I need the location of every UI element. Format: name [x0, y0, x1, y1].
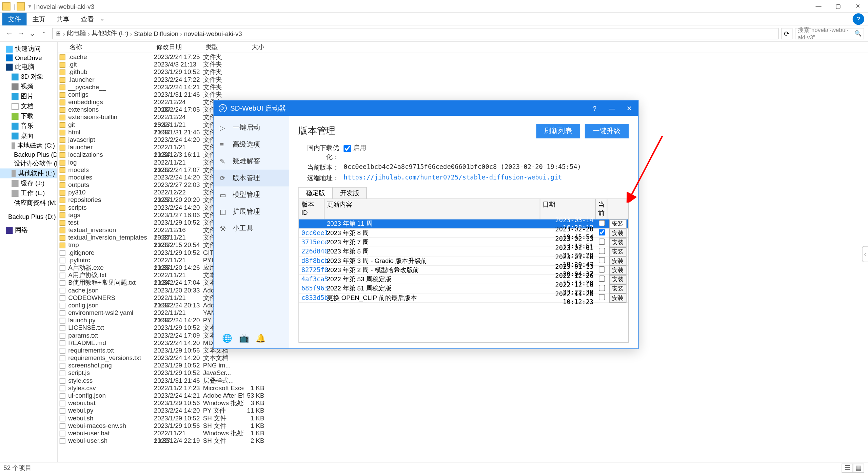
launcher-nav-1[interactable]: ≡高级选项	[214, 136, 289, 153]
install-button[interactable]: 安装	[609, 256, 626, 265]
file-row[interactable]: webui-macos-env.sh2023/1/29 10:56SH 文件1 …	[58, 422, 868, 430]
col-size[interactable]: 大小	[243, 43, 267, 52]
file-row[interactable]: .cache2023/2/24 17:25文件夹	[58, 53, 868, 61]
file-row[interactable]: webui-user.sh2022/12/4 22:19SH 文件2 KB	[58, 437, 868, 444]
sidebar-item-20[interactable]: 网络	[0, 225, 57, 235]
help-button[interactable]: ?	[853, 13, 864, 24]
install-button[interactable]: 安装	[609, 247, 626, 256]
dialog-close-button[interactable]: ✕	[621, 105, 638, 112]
dialog-minimize-button[interactable]: —	[603, 105, 620, 112]
file-row[interactable]: style.css2023/1/31 21:46层叠样式...	[58, 377, 868, 384]
current-checkbox[interactable]	[598, 266, 605, 273]
col-type[interactable]: 类型	[203, 43, 243, 52]
install-button[interactable]: 安装	[609, 219, 626, 228]
install-button[interactable]: 安装	[609, 238, 626, 247]
current-checkbox[interactable]	[598, 276, 605, 282]
current-checkbox[interactable]	[598, 257, 605, 263]
th-id[interactable]: 版本 ID	[299, 199, 324, 219]
col-name[interactable]: 名称	[67, 43, 154, 52]
current-checkbox[interactable]	[598, 239, 605, 245]
refresh-list-button[interactable]: 刷新列表	[536, 124, 580, 138]
launcher-nav-6[interactable]: ⚒小工具	[214, 220, 289, 236]
back-button[interactable]: ←	[3, 29, 15, 38]
file-row[interactable]: styles.csv2022/11/2 17:23Microsoft Excel…	[58, 384, 868, 392]
ribbon-tab-2[interactable]: 共享	[51, 13, 75, 25]
current-checkbox[interactable]	[598, 220, 605, 226]
version-id[interactable]: 685f963	[299, 285, 324, 292]
install-button[interactable]: 安装	[609, 265, 626, 274]
view-icons-button[interactable]: ▦	[853, 463, 864, 473]
sidebar-item-15[interactable]: 工作 (L:)	[0, 188, 57, 198]
ribbon-collapse-button[interactable]: ⌄	[99, 15, 104, 22]
refresh-button[interactable]: ⟳	[781, 27, 792, 39]
file-row[interactable]: webui.sh2023/1/29 10:52SH 文件1 KB	[58, 414, 868, 422]
file-row[interactable]: requirements_versions.txt2023/2/24 14:20…	[58, 354, 868, 362]
view-details-button[interactable]: ☰	[842, 463, 853, 473]
sidebar-item-16[interactable]: 供应商资料 (M:)	[0, 198, 57, 208]
launcher-nav-4[interactable]: ▭模型管理	[214, 186, 289, 203]
close-button[interactable]: ✕	[848, 0, 868, 13]
ribbon-tab-0[interactable]: 文件	[2, 13, 27, 25]
sidebar-item-0[interactable]: 快速访问	[0, 44, 57, 54]
footer-icon-1[interactable]: 📺	[239, 334, 249, 343]
download-opt-checkbox[interactable]: 启用	[343, 143, 366, 162]
one-click-upgrade-button[interactable]: 一键升级	[585, 124, 629, 138]
file-row[interactable]: webui.py2023/2/24 14:20PY 文件11 KB	[58, 407, 868, 414]
file-row[interactable]: ui-config.json2023/2/24 14:21Adobe After…	[58, 392, 868, 399]
sidebar-item-10[interactable]: 本地磁盘 (C:)	[0, 141, 57, 151]
footer-icon-2[interactable]: 🔔	[256, 334, 265, 343]
up-button[interactable]: ↑	[38, 29, 50, 38]
sidebar-item-4[interactable]: 视频	[0, 82, 57, 92]
version-tab-1[interactable]: 开发版	[333, 187, 367, 198]
version-tab-0[interactable]: 稳定版	[298, 187, 333, 198]
version-id[interactable]: 82725f0	[299, 266, 324, 274]
sidebar-item-5[interactable]: 图片	[0, 92, 57, 101]
sidebar-item-3[interactable]: 3D 对象	[0, 72, 57, 82]
file-row[interactable]: __pycache__2023/2/24 14:21文件夹	[58, 83, 868, 91]
crumb-1[interactable]: 其他软件 (L:)	[92, 29, 128, 38]
install-button[interactable]: 安装	[609, 293, 626, 302]
footer-icon-0[interactable]: 🌐	[222, 334, 232, 343]
sidebar-item-7[interactable]: 下载	[0, 111, 57, 121]
sidebar-item-9[interactable]: 桌面	[0, 131, 57, 141]
crumb-3[interactable]: novelai-webui-aki-v3	[184, 30, 242, 37]
crumb-2[interactable]: Stable Diffusion	[134, 30, 178, 37]
sidebar-item-18[interactable]: Backup Plus (D:)	[0, 212, 57, 221]
edge-tab[interactable]: ‹	[862, 246, 868, 262]
sidebar-item-11[interactable]: Backup Plus (D:)	[0, 151, 57, 159]
current-checkbox[interactable]	[598, 285, 605, 291]
ribbon-tab-3[interactable]: 查看	[75, 13, 100, 25]
current-checkbox[interactable]	[598, 248, 605, 254]
file-row[interactable]: script.js2023/1/29 10:52JavaScr...	[58, 369, 868, 377]
crumb-0[interactable]: 此电脑	[67, 29, 86, 38]
version-id[interactable]: 0cc0ee1	[299, 229, 324, 237]
file-row[interactable]: .git2023/4/3 21:13文件夹	[58, 61, 868, 68]
file-row[interactable]: .github2023/1/29 10:52文件夹	[58, 68, 868, 76]
install-button[interactable]: 安装	[609, 284, 626, 293]
th-desc[interactable]: 更新内容	[324, 199, 540, 219]
launcher-nav-5[interactable]: ◫扩展管理	[214, 203, 289, 220]
minimize-button[interactable]: —	[809, 0, 828, 13]
file-row[interactable]: configs2023/1/31 21:46文件夹	[58, 91, 868, 98]
launcher-nav-0[interactable]: ▷一键启动	[214, 119, 289, 136]
maximize-button[interactable]: ▢	[828, 0, 848, 13]
col-date[interactable]: 修改日期	[154, 43, 203, 52]
remote-url[interactable]: https://jihulab.com/hunter0725/stable-di…	[343, 173, 562, 182]
version-id[interactable]: 226d840	[299, 248, 324, 255]
sidebar-item-13[interactable]: 其他软件 (L:)	[0, 168, 57, 178]
launcher-nav-3[interactable]: ⟳版本管理	[214, 170, 289, 186]
install-button[interactable]: 安装	[609, 274, 626, 284]
file-row[interactable]: webui-user.bat2022/11/21 11:33Windows 批处…	[58, 430, 868, 437]
search-input[interactable]: 搜索"novelai-webui-aki-v3" 🔍	[795, 27, 864, 39]
sidebar-item-12[interactable]: 设计办公软件 (E:)	[0, 158, 57, 168]
th-current[interactable]: 当前	[596, 199, 607, 219]
file-row[interactable]: screenshot.png2023/1/29 10:52PNG im...	[58, 362, 868, 369]
sidebar-item-2[interactable]: 此电脑	[0, 62, 57, 72]
dialog-help-button[interactable]: ?	[586, 105, 603, 112]
sidebar-item-1[interactable]: OneDrive	[0, 54, 57, 62]
version-row[interactable]: c833d5b更换 OPEN_CLIP 前的最后版本2022-11-26 10:…	[299, 293, 628, 303]
th-date[interactable]: 日期	[540, 199, 596, 219]
forward-button[interactable]: →	[15, 29, 26, 38]
version-id[interactable]: 3715ece	[299, 239, 324, 246]
launcher-nav-2[interactable]: ✎疑难解答	[214, 153, 289, 169]
